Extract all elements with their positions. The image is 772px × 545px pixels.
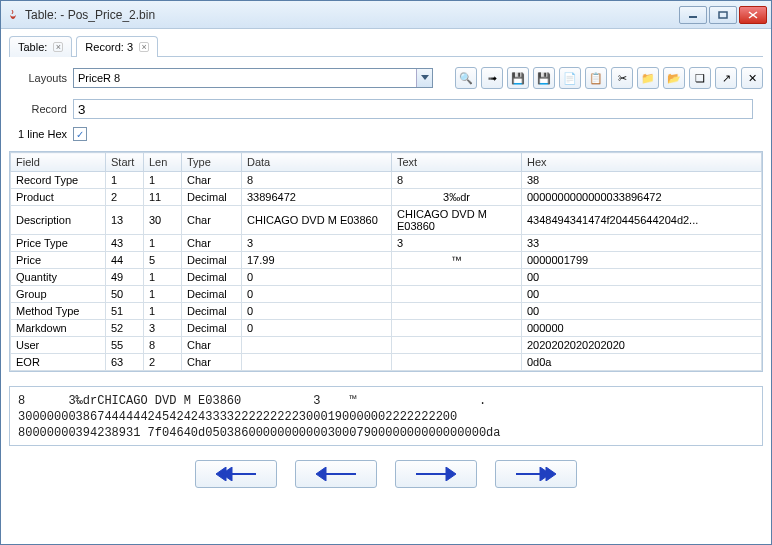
cell-data[interactable]: 3 [242, 235, 392, 252]
cell-len[interactable]: 1 [144, 303, 182, 320]
cell-start[interactable]: 52 [106, 320, 144, 337]
cell-data[interactable]: 0 [242, 320, 392, 337]
col-text[interactable]: Text [392, 153, 522, 172]
col-len[interactable]: Len [144, 153, 182, 172]
next-button[interactable] [395, 460, 477, 488]
cell-data[interactable]: CHICAGO DVD M E03860 [242, 206, 392, 235]
cell-data[interactable]: 0 [242, 269, 392, 286]
cell-len[interactable]: 11 [144, 189, 182, 206]
cell-field[interactable]: Price [11, 252, 106, 269]
cell-field[interactable]: Product [11, 189, 106, 206]
cell-hex[interactable]: 0000001799 [522, 252, 762, 269]
table-row[interactable]: Method Type511Decimal000 [11, 303, 762, 320]
cell-hex[interactable]: 0000000000000033896472 [522, 189, 762, 206]
table-row[interactable]: Quantity491Decimal000 [11, 269, 762, 286]
cell-type[interactable]: Char [182, 354, 242, 371]
layouts-combo[interactable]: PriceR 8 [73, 68, 433, 88]
record-input[interactable] [73, 99, 753, 119]
cell-type[interactable]: Char [182, 235, 242, 252]
cell-data[interactable]: 33896472 [242, 189, 392, 206]
copy-button[interactable]: 📄 [559, 67, 581, 89]
cell-hex[interactable]: 38 [522, 172, 762, 189]
paste-button[interactable]: 📋 [585, 67, 607, 89]
last-button[interactable] [495, 460, 577, 488]
cell-text[interactable] [392, 337, 522, 354]
cell-start[interactable]: 2 [106, 189, 144, 206]
tab-table[interactable]: Table: × [9, 36, 72, 57]
cell-hex[interactable]: 0d0a [522, 354, 762, 371]
cell-len[interactable]: 1 [144, 172, 182, 189]
hex-dump[interactable]: 8 3‰drCHICAGO DVD M E03860 3 ™ . 3000000… [9, 386, 763, 446]
delete-button[interactable]: ✕ [741, 67, 763, 89]
cell-field[interactable]: Markdown [11, 320, 106, 337]
cell-field[interactable]: Description [11, 206, 106, 235]
maximize-button[interactable] [709, 6, 737, 24]
close-icon[interactable]: × [53, 42, 63, 52]
save-as-button[interactable]: 💾 [533, 67, 555, 89]
col-hex[interactable]: Hex [522, 153, 762, 172]
folder-button[interactable]: 📁 [637, 67, 659, 89]
table-row[interactable]: Markdown523Decimal0000000 [11, 320, 762, 337]
col-data[interactable]: Data [242, 153, 392, 172]
cut-button[interactable]: ✂ [611, 67, 633, 89]
col-type[interactable]: Type [182, 153, 242, 172]
cell-len[interactable]: 1 [144, 286, 182, 303]
prev-button[interactable] [295, 460, 377, 488]
cell-text[interactable] [392, 320, 522, 337]
cell-data[interactable]: 0 [242, 303, 392, 320]
cell-type[interactable]: Char [182, 172, 242, 189]
cell-field[interactable]: Price Type [11, 235, 106, 252]
cell-field[interactable]: Method Type [11, 303, 106, 320]
new-button[interactable]: ❏ [689, 67, 711, 89]
minimize-button[interactable] [679, 6, 707, 24]
cell-start[interactable]: 55 [106, 337, 144, 354]
cell-len[interactable]: 2 [144, 354, 182, 371]
cell-type[interactable]: Decimal [182, 252, 242, 269]
table-row[interactable]: Record Type11Char8838 [11, 172, 762, 189]
cell-len[interactable]: 30 [144, 206, 182, 235]
cell-hex[interactable]: 00 [522, 303, 762, 320]
table-row[interactable]: Price Type431Char3333 [11, 235, 762, 252]
cell-type[interactable]: Decimal [182, 320, 242, 337]
first-button[interactable] [195, 460, 277, 488]
onelinehex-checkbox[interactable]: ✓ [73, 127, 87, 141]
cell-text[interactable]: 3 [392, 235, 522, 252]
cell-field[interactable]: Record Type [11, 172, 106, 189]
close-icon[interactable]: × [139, 42, 149, 52]
col-field[interactable]: Field [11, 153, 106, 172]
cell-start[interactable]: 1 [106, 172, 144, 189]
cell-field[interactable]: Group [11, 286, 106, 303]
cell-data[interactable] [242, 354, 392, 371]
table-row[interactable]: EOR632Char0d0a [11, 354, 762, 371]
tab-record[interactable]: Record: 3 × [76, 36, 158, 57]
close-button[interactable] [739, 6, 767, 24]
cell-len[interactable]: 5 [144, 252, 182, 269]
cell-text[interactable]: ™ [392, 252, 522, 269]
cell-start[interactable]: 50 [106, 286, 144, 303]
table-row[interactable]: Group501Decimal000 [11, 286, 762, 303]
table-row[interactable]: User558Char2020202020202020 [11, 337, 762, 354]
cell-type[interactable]: Char [182, 337, 242, 354]
col-start[interactable]: Start [106, 153, 144, 172]
cell-data[interactable]: 0 [242, 286, 392, 303]
cell-len[interactable]: 1 [144, 269, 182, 286]
cell-type[interactable]: Decimal [182, 189, 242, 206]
table-row[interactable]: Description1330CharCHICAGO DVD M E03860C… [11, 206, 762, 235]
table-row[interactable]: Product211Decimal338964723‰dr00000000000… [11, 189, 762, 206]
cell-text[interactable]: CHICAGO DVD M E03860 [392, 206, 522, 235]
goto-button[interactable]: ➟ [481, 67, 503, 89]
cell-text[interactable] [392, 286, 522, 303]
cell-start[interactable]: 49 [106, 269, 144, 286]
cell-hex[interactable]: 33 [522, 235, 762, 252]
cell-text[interactable]: 8 [392, 172, 522, 189]
table-row[interactable]: Price445Decimal17.99™0000001799 [11, 252, 762, 269]
cell-len[interactable]: 3 [144, 320, 182, 337]
cell-len[interactable]: 8 [144, 337, 182, 354]
cell-data[interactable]: 8 [242, 172, 392, 189]
cell-text[interactable] [392, 303, 522, 320]
cell-hex[interactable]: 2020202020202020 [522, 337, 762, 354]
cell-field[interactable]: EOR [11, 354, 106, 371]
cell-text[interactable] [392, 269, 522, 286]
cell-field[interactable]: Quantity [11, 269, 106, 286]
cell-start[interactable]: 44 [106, 252, 144, 269]
